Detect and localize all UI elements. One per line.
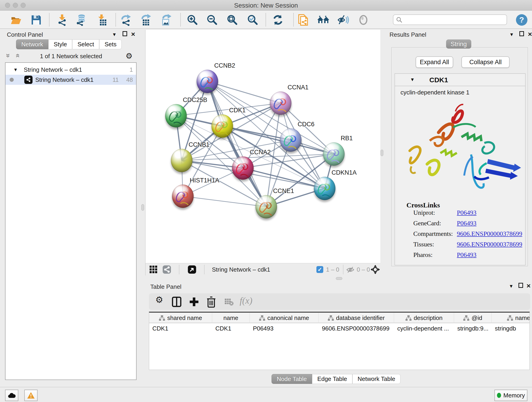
tab-network-table[interactable]: Network Table — [352, 374, 400, 384]
cell[interactable]: CDK1 — [212, 324, 250, 333]
column-header-canonical-name[interactable]: canonical name — [250, 313, 319, 323]
export-image-button[interactable] — [159, 13, 173, 27]
cell[interactable]: CDK1 — [149, 324, 212, 333]
selected-checkbox-icon[interactable]: ✓ — [317, 266, 323, 273]
right-splitter-handle[interactable] — [380, 150, 383, 156]
delete-column-trash-icon[interactable] — [207, 297, 216, 308]
cell[interactable]: cyclin-dependent ... — [394, 324, 454, 333]
column-header-shared-name[interactable]: shared name — [149, 313, 212, 323]
node-HIST1H1A[interactable] — [172, 185, 194, 208]
birdseye-view-icon[interactable] — [188, 265, 196, 275]
zoom-fit-button[interactable] — [225, 13, 239, 27]
warnings-button[interactable] — [24, 390, 38, 401]
results-panel-close-icon[interactable]: ✕ — [526, 31, 532, 38]
network-collection-row[interactable]: ▼ String Network – cdk1 1 — [6, 65, 136, 75]
edge-CCNE1-HIST1H1A[interactable] — [183, 196, 266, 207]
edge-CCNB2-CCNA1[interactable] — [207, 81, 281, 103]
expand-all-button[interactable]: Expand All — [416, 56, 453, 68]
cloud-button[interactable] — [5, 390, 18, 401]
collapse-all-icon[interactable]: » — [4, 54, 13, 58]
save-session-button[interactable] — [29, 13, 43, 27]
edge-CCNB2-CCNE1[interactable] — [207, 81, 266, 207]
cell[interactable]: stringdb — [492, 324, 530, 333]
table-panel-float-icon[interactable] — [517, 283, 525, 289]
left-splitter-handle[interactable] — [141, 204, 144, 211]
expand-all-icon[interactable]: » — [13, 54, 21, 58]
control-panel-float-icon[interactable] — [121, 31, 129, 38]
cell[interactable]: 9606.ENSP00000378699 — [319, 324, 394, 333]
network-canvas[interactable]: CCNB2CCNA1CDC25BCDK1CDC6RB1CCNB1CCNA2CDK… — [145, 30, 380, 263]
show-glass-button[interactable] — [356, 13, 370, 27]
crosslink-link[interactable]: 9606.ENSP00000378699 — [457, 230, 522, 237]
node-CCNB2[interactable] — [196, 70, 218, 93]
fit-content-crosshair-icon[interactable] — [370, 265, 380, 275]
table-settings-gear-icon[interactable]: ⚙ — [155, 295, 163, 305]
open-session-button[interactable] — [9, 13, 23, 27]
column-label: database identifier — [336, 314, 385, 322]
show-columns-icon[interactable] — [172, 297, 181, 308]
string-home-button[interactable] — [316, 13, 330, 27]
zoom-selected-button[interactable] — [246, 13, 260, 27]
column-header-name[interactable]: name — [212, 313, 250, 323]
node-CCNB1[interactable] — [171, 149, 192, 172]
import-network-button[interactable] — [55, 13, 69, 27]
cell[interactable]: stringdb:9... — [454, 324, 492, 333]
tab-node-table[interactable]: Node Table — [272, 374, 312, 384]
tab-edge-table[interactable]: Edge Table — [312, 374, 352, 384]
hide-glass-button[interactable] — [336, 13, 351, 27]
tab-string[interactable]: String — [446, 39, 471, 49]
import-database-button[interactable] — [74, 13, 88, 27]
table-row[interactable]: CDK1CDK1P064939606.ENSP00000378699cyclin… — [149, 324, 530, 333]
results-panel-float-icon[interactable] — [518, 31, 526, 38]
network-options-gear-icon[interactable]: ⚙ — [126, 51, 133, 61]
memory-button[interactable]: Memory — [494, 390, 527, 401]
crosslink-link[interactable]: P06493 — [457, 251, 476, 259]
node-CDC25B[interactable] — [165, 104, 187, 128]
column-header--id[interactable]: @id — [454, 313, 492, 323]
node-CCNE1[interactable] — [255, 195, 277, 218]
results-panel-menu-icon[interactable]: ▾ — [508, 31, 515, 38]
collapse-triangle-icon[interactable]: ▼ — [410, 77, 415, 82]
zoom-in-button[interactable] — [185, 13, 200, 27]
hidden-eye-icon[interactable] — [346, 267, 355, 274]
column-header-description[interactable]: description — [394, 313, 454, 323]
column-header-database-identifier[interactable]: database identifier — [319, 313, 394, 323]
tab-sets[interactable]: Sets — [99, 39, 122, 49]
refresh-button[interactable] — [271, 13, 285, 27]
network-row-selected[interactable]: String Network – cdk1 11 48 — [6, 75, 136, 85]
column-header-namespace[interactable]: namespace — [492, 313, 530, 323]
control-panel-close-icon[interactable]: ✕ — [129, 31, 137, 38]
node-CDK1[interactable] — [211, 114, 233, 138]
crosslink-link[interactable]: P06493 — [457, 220, 476, 227]
function-builder-icon[interactable]: f(x) — [240, 295, 253, 306]
grid-view-icon[interactable] — [149, 265, 158, 275]
add-column-icon[interactable] — [189, 297, 199, 308]
search-input[interactable] — [393, 14, 507, 25]
control-panel-menu-icon[interactable]: ▾ — [110, 31, 118, 38]
table-panel-close-icon[interactable]: ✕ — [525, 283, 532, 289]
node-CCNA1[interactable] — [270, 91, 291, 115]
export-table-button[interactable] — [139, 13, 153, 27]
string-publication-button[interactable] — [296, 13, 310, 27]
table-panel-menu-icon[interactable]: ▾ — [507, 283, 515, 289]
tab-style[interactable]: Style — [48, 39, 72, 49]
collapse-all-button[interactable]: Collapse All — [462, 56, 510, 68]
node-CCNA2[interactable] — [232, 156, 254, 180]
tab-network[interactable]: Network — [16, 39, 48, 49]
node-CDC6[interactable] — [280, 128, 302, 152]
protein-card-header[interactable]: ▼ CDK1 — [395, 74, 525, 86]
node-RB1[interactable] — [323, 142, 345, 166]
zoom-out-button[interactable] — [205, 13, 219, 27]
cell[interactable]: P06493 — [250, 324, 319, 333]
crosslink-link[interactable]: P06493 — [457, 209, 476, 216]
horizontal-splitter-handle[interactable] — [336, 277, 342, 280]
help-button[interactable]: ? — [515, 13, 529, 27]
import-table-button[interactable] — [95, 13, 109, 27]
crosslink-link[interactable]: 9606.ENSP00000378699 — [457, 241, 522, 248]
collapse-triangle-icon[interactable]: ▼ — [13, 67, 18, 72]
node-CDKN1A[interactable] — [314, 177, 336, 200]
tab-select[interactable]: Select — [72, 39, 99, 49]
export-network-button[interactable] — [119, 13, 133, 27]
delete-table-icon[interactable] — [225, 298, 234, 307]
network-view-share-icon[interactable] — [162, 265, 171, 275]
